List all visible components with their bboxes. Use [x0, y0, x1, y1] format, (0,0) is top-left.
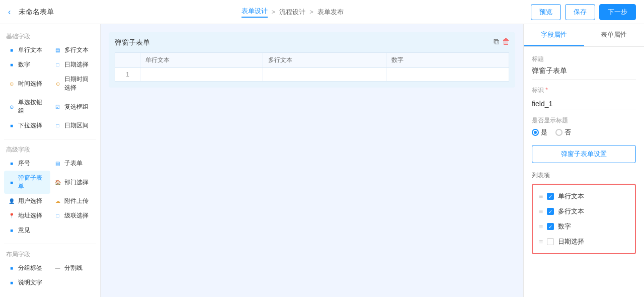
- popup-sub-table-icon: ■: [8, 179, 15, 186]
- sidebar-item-label: 数字: [18, 60, 30, 69]
- form-canvas[interactable]: 弹窗子表单 ⧉ 🗑 单行文本 多行文本 数字 1: [101, 24, 523, 297]
- show-label-title: 是否显示标题: [532, 116, 636, 125]
- checkbox-single-text[interactable]: ✓: [547, 193, 554, 200]
- id-field-label: 标识 *: [532, 86, 636, 95]
- tab-field-props[interactable]: 字段属性: [524, 24, 584, 46]
- sidebar-item-label: 单行文本: [18, 46, 42, 54]
- sub-table: 单行文本 多行文本 数字 1: [115, 52, 509, 82]
- sidebar-item-time-select[interactable]: ⊙ 时间选择: [4, 72, 50, 95]
- row-single-text-cell[interactable]: [140, 68, 263, 82]
- sidebar-item-label: 子表单: [64, 159, 83, 168]
- sidebar-item-popup-sub-table[interactable]: ■ 弹窗子表单: [4, 171, 50, 194]
- tab-form-props[interactable]: 表单属性: [584, 24, 645, 46]
- show-label-yes-option[interactable]: 是: [532, 128, 547, 137]
- checkbox-date-select[interactable]: [547, 238, 554, 245]
- sidebar-item-attachment[interactable]: ☁ 附件上传: [50, 194, 97, 208]
- step-nav: 表单设计 > 流程设计 > 表单发布: [62, 7, 523, 18]
- sidebar-item-datetime-select[interactable]: ⊙ 日期时间选择: [50, 72, 97, 95]
- show-label-yes-radio[interactable]: [532, 129, 539, 136]
- copy-widget-button[interactable]: ⧉: [494, 37, 499, 46]
- sidebar-item-single-text[interactable]: ■ 单行文本: [4, 43, 50, 57]
- list-section-title: 列表项: [532, 171, 636, 180]
- divider-advanced-layout: [4, 244, 96, 244]
- checkbox-multi-text[interactable]: ✓: [547, 208, 554, 215]
- cell-input-number[interactable]: [391, 71, 504, 78]
- layout-fields-grid: ■ 分组标签 — 分割线 ■ 说明文字: [0, 261, 100, 294]
- step-arrow-1: >: [272, 8, 276, 16]
- basic-fields-grid: ■ 单行文本 ▤ 多行文本 ■ 数字 □ 日期选择 ⊙ 时间选择 ⊙ 日期时间选…: [0, 43, 100, 137]
- sidebar-item-date-range[interactable]: □ 日期区间: [50, 118, 97, 133]
- row-multi-text-cell[interactable]: [263, 68, 386, 82]
- time-select-icon: ⊙: [8, 80, 15, 87]
- show-label-no-radio[interactable]: [555, 129, 562, 136]
- drag-handle-number[interactable]: ≡: [539, 222, 543, 231]
- sidebar-item-label: 时间选择: [18, 80, 42, 88]
- sidebar-item-seq-no[interactable]: ■ 序号: [4, 156, 50, 171]
- list-item-label-single-text: 单行文本: [558, 192, 584, 201]
- sidebar-item-remark[interactable]: ■ 意见: [4, 223, 50, 238]
- description-icon: ■: [8, 279, 15, 286]
- date-select-icon: □: [54, 61, 61, 68]
- sidebar-item-label: 弹窗子表单: [18, 174, 46, 191]
- right-tab-bar: 字段属性 表单属性: [524, 24, 644, 47]
- sidebar-item-label: 附件上传: [64, 197, 89, 205]
- drag-handle-date-select[interactable]: ≡: [539, 238, 543, 246]
- popup-setting-button[interactable]: 弹窗子表单设置: [532, 145, 636, 163]
- sidebar-item-checkbox-group[interactable]: ☑ 复选框组: [50, 95, 97, 118]
- delete-widget-button[interactable]: 🗑: [502, 37, 510, 46]
- cell-input-single[interactable]: [145, 71, 258, 78]
- sidebar-item-radio-group[interactable]: ⊙ 单选按钮组: [4, 95, 50, 118]
- title-field-value: 弹窗子表单: [532, 66, 636, 80]
- sidebar-item-sub-table[interactable]: ▤ 子表单: [50, 156, 97, 171]
- main-layout: 基础字段 ■ 单行文本 ▤ 多行文本 ■ 数字 □ 日期选择 ⊙ 时间选择: [0, 24, 644, 297]
- sidebar-item-description[interactable]: ■ 说明文字: [4, 275, 50, 290]
- cell-input-multi[interactable]: [268, 71, 380, 78]
- header-actions: 预览 保存 下一步: [531, 4, 636, 20]
- list-item-date-select: ≡ 日期选择: [537, 234, 631, 249]
- sidebar-item-dropdown-select[interactable]: ■ 下拉选择: [4, 118, 50, 133]
- group-tag-icon: ■: [8, 265, 15, 272]
- sidebar-item-cascade[interactable]: □ 级联选择: [50, 208, 97, 223]
- sidebar-item-label: 分组标签: [18, 264, 42, 272]
- sidebar-item-label: 用户选择: [18, 197, 42, 205]
- drag-handle-multi-text[interactable]: ≡: [539, 207, 543, 215]
- sidebar-item-multi-text[interactable]: ▤ 多行文本: [50, 43, 97, 57]
- save-button[interactable]: 保存: [565, 4, 595, 20]
- step-form-design[interactable]: 表单设计: [242, 7, 268, 18]
- advanced-fields-grid: ■ 序号 ▤ 子表单 ■ 弹窗子表单 🏠 部门选择 👤 用户选择 ☁ 附件上传: [0, 156, 100, 242]
- sidebar-item-label: 地址选择: [18, 211, 42, 220]
- row-number-cell[interactable]: [386, 68, 509, 82]
- step-form-publish[interactable]: 表单发布: [317, 8, 344, 17]
- back-button[interactable]: ‹: [8, 8, 11, 17]
- address-icon: 📍: [8, 212, 15, 219]
- popup-subtable-widget: 弹窗子表单 ⧉ 🗑 单行文本 多行文本 数字 1: [109, 32, 515, 88]
- sub-table-icon: ▤: [54, 160, 61, 167]
- show-label-no-option[interactable]: 否: [555, 128, 571, 137]
- section-title-advanced: 高级字段: [0, 141, 100, 156]
- sidebar: 基础字段 ■ 单行文本 ▤ 多行文本 ■ 数字 □ 日期选择 ⊙ 时间选择: [0, 24, 101, 297]
- next-button[interactable]: 下一步: [599, 4, 636, 20]
- sidebar-item-address[interactable]: 📍 地址选择: [4, 208, 50, 223]
- divider-line-icon: —: [54, 265, 61, 272]
- preview-button[interactable]: 预览: [531, 4, 561, 20]
- sidebar-item-divider-line[interactable]: — 分割线: [50, 261, 97, 275]
- sidebar-item-label: 多行文本: [64, 46, 89, 54]
- id-field-input[interactable]: [532, 98, 636, 110]
- user-select-icon: 👤: [8, 198, 15, 205]
- sidebar-item-number[interactable]: ■ 数字: [4, 57, 50, 72]
- radio-group-icon: ⊙: [8, 103, 15, 110]
- sidebar-item-label: 部门选择: [64, 178, 89, 187]
- sidebar-item-label: 级联选择: [64, 211, 89, 220]
- drag-handle-single-text[interactable]: ≡: [539, 192, 543, 200]
- sidebar-item-group-tag[interactable]: ■ 分组标签: [4, 261, 50, 275]
- step-flow-design[interactable]: 流程设计: [279, 8, 305, 17]
- sidebar-item-label: 说明文字: [18, 278, 42, 287]
- cascade-icon: □: [54, 212, 61, 219]
- sidebar-item-dept-select[interactable]: 🏠 部门选择: [50, 171, 97, 194]
- remark-icon: ■: [8, 227, 15, 234]
- list-items-box: ≡ ✓ 单行文本 ≡ ✓ 多行文本 ≡ ✓ 数字 ≡ 日期选择: [532, 184, 636, 254]
- sidebar-item-user-select[interactable]: 👤 用户选择: [4, 194, 50, 208]
- app-header: ‹ 未命名表单 表单设计 > 流程设计 > 表单发布 预览 保存 下一步: [0, 0, 644, 24]
- checkbox-number[interactable]: ✓: [547, 223, 554, 230]
- sidebar-item-date-select[interactable]: □ 日期选择: [50, 57, 97, 72]
